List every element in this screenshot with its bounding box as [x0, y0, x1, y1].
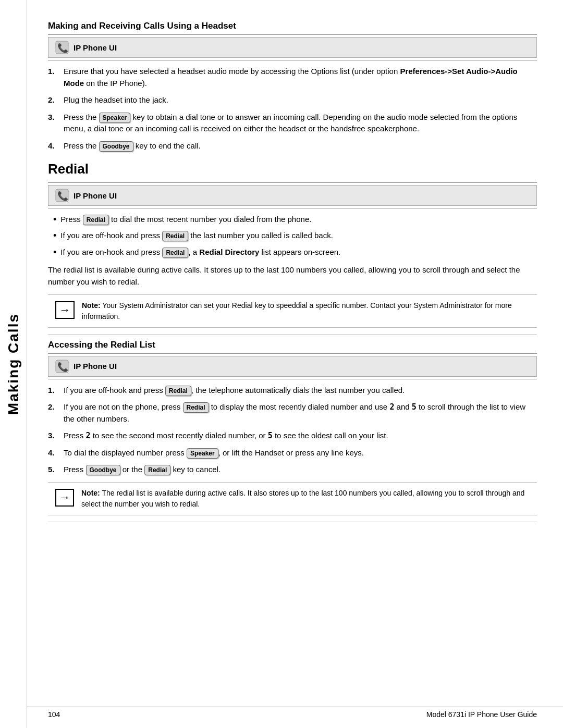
redial-heading: Redial — [48, 161, 537, 177]
access-step-5: 5. Press Goodbye or the Redial key to ca… — [48, 464, 537, 476]
phone-icon-3: 📞 — [55, 359, 69, 374]
access-step-1: 1. If you are off-hook and press Redial,… — [48, 385, 537, 397]
divider-8 — [48, 522, 537, 522]
bullet-3: • If you are on-hook and press Redial, a… — [53, 246, 537, 258]
arrow-icon-2: → — [55, 489, 74, 507]
footer-page-number: 104 — [48, 710, 60, 719]
step-num-4: 4. — [48, 140, 59, 152]
step-1: 1. Ensure that you have selected a heads… — [48, 66, 537, 89]
ip-phone-label-3: IP Phone UI — [74, 362, 117, 371]
bullet-text-3: If you are on-hook and press Redial, a R… — [60, 246, 340, 258]
goodbye-key-1: Goodbye — [99, 141, 133, 152]
mono-2b: 2 — [86, 431, 91, 440]
redial-key-4: Redial — [165, 386, 191, 396]
step-text-1: Ensure that you have selected a headset … — [64, 66, 537, 89]
note-text-2: Note: The redial list is available durin… — [81, 488, 530, 510]
accessing-heading: Accessing the Redial List — [48, 340, 537, 350]
arrow-icon-1: → — [55, 301, 75, 319]
ip-phone-bar-1: 📞 IP Phone UI — [48, 37, 537, 58]
step-num-2: 2. — [48, 94, 59, 106]
step-text-2: Plug the headset into the jack. — [64, 94, 168, 106]
access-num-1: 1. — [48, 385, 59, 397]
redial-key-1: Redial — [83, 215, 109, 225]
footer-title: Model 6731i IP Phone User Guide — [426, 710, 537, 719]
note-text-1: Note: Your System Administrator can set … — [82, 300, 530, 322]
access-num-5: 5. — [48, 464, 59, 476]
step-num-1: 1. — [48, 66, 59, 89]
svg-text:📞: 📞 — [57, 43, 69, 54]
sidebar: Making Calls — [0, 0, 27, 728]
bullet-2: • If you are off-hook and press Redial t… — [53, 230, 537, 242]
divider-1 — [48, 34, 537, 35]
section-headset-heading: Making and Receiving Calls Using a Heads… — [48, 21, 537, 31]
speaker-key-2: Speaker — [187, 448, 218, 459]
divider-2 — [48, 60, 537, 60]
mono-2: 2 — [389, 402, 394, 412]
access-text-2: If you are not on the phone, press Redia… — [64, 401, 537, 425]
phone-icon-1: 📞 — [55, 40, 69, 55]
phone-icon-2: 📞 — [55, 188, 69, 203]
note-box-1: → Note: Your System Administrator can se… — [48, 294, 537, 328]
access-text-3: Press 2 to see the second most recently … — [64, 430, 388, 442]
divider-4 — [48, 208, 537, 208]
footer: 104 Model 6731i IP Phone User Guide — [27, 707, 563, 719]
access-step-3: 3. Press 2 to see the second most recent… — [48, 430, 537, 442]
section-headset: Making and Receiving Calls Using a Heads… — [48, 21, 537, 152]
ip-phone-bar-3: 📞 IP Phone UI — [48, 356, 537, 377]
section-redial: Redial 📞 IP Phone UI • Press Redial to d… — [48, 161, 537, 335]
redial-key-3: Redial — [162, 248, 188, 258]
bullet-dot-2: • — [53, 230, 56, 242]
handset-svg-2: 📞 — [55, 189, 69, 202]
step-3: 3. Press the Speaker key to obtain a dia… — [48, 112, 537, 135]
redial-paragraph: The redial list is available during acti… — [48, 264, 537, 288]
step-text-4: Press the Goodbye key to end the call. — [64, 140, 201, 152]
redial-bullets: • Press Redial to dial the most recent n… — [53, 214, 537, 258]
access-text-4: To dial the displayed number press Speak… — [64, 447, 364, 459]
access-step-4: 4. To dial the displayed number press Sp… — [48, 447, 537, 459]
divider-3 — [48, 182, 537, 183]
svg-text:📞: 📞 — [57, 191, 69, 202]
headset-steps: 1. Ensure that you have selected a heads… — [48, 66, 537, 152]
goodbye-key-2: Goodbye — [86, 465, 120, 475]
handset-svg-3: 📞 — [55, 360, 69, 373]
step-4: 4. Press the Goodbye key to end the call… — [48, 140, 537, 152]
sidebar-label: Making Calls — [5, 313, 22, 415]
access-step-2: 2. If you are not on the phone, press Re… — [48, 401, 537, 425]
divider-7 — [48, 379, 537, 379]
main-content: Making and Receiving Calls Using a Heads… — [27, 0, 563, 540]
access-num-3: 3. — [48, 430, 59, 442]
step-num-3: 3. — [48, 112, 59, 135]
accessing-steps: 1. If you are off-hook and press Redial,… — [48, 385, 537, 476]
redial-key-5: Redial — [183, 402, 209, 413]
mono-5b: 5 — [268, 431, 273, 440]
redial-key-6: Redial — [144, 465, 170, 475]
divider-6 — [48, 353, 537, 354]
ip-phone-label-2: IP Phone UI — [74, 191, 117, 200]
mono-5: 5 — [412, 402, 417, 412]
access-num-4: 4. — [48, 447, 59, 459]
ip-phone-bar-2: 📞 IP Phone UI — [48, 185, 537, 206]
svg-text:📞: 📞 — [57, 362, 69, 373]
divider-5 — [48, 334, 537, 335]
bullet-text-1: Press Redial to dial the most recent num… — [60, 214, 311, 226]
section-accessing: Accessing the Redial List 📞 IP Phone UI … — [48, 340, 537, 522]
ip-phone-label-1: IP Phone UI — [74, 43, 117, 52]
step-2: 2. Plug the headset into the jack. — [48, 94, 537, 106]
speaker-key-1: Speaker — [99, 113, 131, 123]
access-text-1: If you are off-hook and press Redial, th… — [64, 385, 405, 397]
handset-svg: 📞 — [55, 41, 69, 54]
bullet-dot-3: • — [53, 246, 56, 258]
bullet-text-2: If you are off-hook and press Redial the… — [60, 230, 333, 242]
bullet-dot-1: • — [53, 214, 56, 226]
step-text-3: Press the Speaker key to obtain a dial t… — [64, 112, 537, 135]
access-num-2: 2. — [48, 401, 59, 425]
redial-key-2: Redial — [162, 231, 188, 241]
access-text-5: Press Goodbye or the Redial key to cance… — [64, 464, 221, 476]
bullet-1: • Press Redial to dial the most recent n… — [53, 214, 537, 226]
note-box-2: → Note: The redial list is available dur… — [48, 482, 537, 515]
